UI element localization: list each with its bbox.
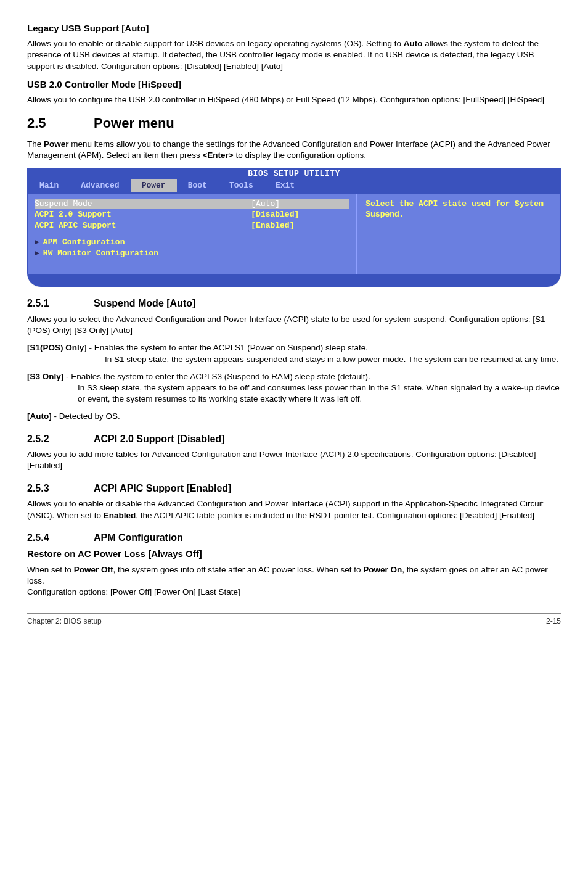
text-bold: <Enter> <box>202 151 233 160</box>
bios-menu-exit: Exit <box>264 179 306 192</box>
text-indent: In S1 sleep state, the system appears su… <box>105 354 561 365</box>
heading-2-5-2: 2.5.2ACPI 2.0 Support [Disabled] <box>27 432 561 446</box>
bios-screenshot: BIOS SETUP UTILITY Main Advanced Power B… <box>27 168 561 287</box>
para-2-5: The Power menu items allow you to change… <box>27 139 561 161</box>
section-title: ACPI 2.0 Support [Disabled] <box>94 434 224 444</box>
bios-title: BIOS SETUP UTILITY <box>27 168 561 179</box>
page-footer: Chapter 2: BIOS setup 2-15 <box>27 613 561 626</box>
bios-row: ACPI APIC Support [Enabled] <box>35 220 349 231</box>
section-number: 2.5.4 <box>27 531 94 545</box>
text: The <box>27 139 44 149</box>
bios-menu-tools: Tools <box>218 179 264 192</box>
text-bold: Power <box>44 139 69 149</box>
para-auto: [Auto] - Detected by OS. <box>27 411 561 422</box>
section-title: Suspend Mode [Auto] <box>94 298 195 308</box>
heading-legacy-usb: Legacy USB Support [Auto] <box>27 22 561 35</box>
section-title: ACPI APIC Support [Enabled] <box>94 483 231 493</box>
section-number: 2.5.2 <box>27 432 94 446</box>
para-2-5-3: Allows you to enable or disable the Adva… <box>27 498 561 521</box>
text: , the ACPI APIC table pointer is include… <box>136 511 534 520</box>
bios-menu-bar: Main Advanced Power Boot Tools Exit <box>27 179 561 194</box>
bios-value: [Auto] <box>251 199 349 210</box>
text: to display the configuration options. <box>234 151 366 160</box>
option-label: [S3 Only] <box>27 372 63 381</box>
text-bold: Power On <box>363 565 402 574</box>
bios-left-panel: Suspend Mode [Auto] ACPI 2.0 Support [Di… <box>28 194 356 275</box>
text: Configuration options: [Power Off] [Powe… <box>27 587 240 596</box>
section-number: 2.5 <box>27 114 94 133</box>
bios-label: ACPI APIC Support <box>35 220 251 231</box>
bios-menu-main: Main <box>28 179 70 192</box>
bios-help-panel: Select the ACPI state used for System Su… <box>356 194 560 275</box>
para-s1: [S1(POS) Only] - Enables the system to e… <box>27 342 561 365</box>
bios-config-label: HW Monitor Configuration <box>43 249 158 258</box>
text: When set to <box>27 565 74 574</box>
text-bold: Power Off <box>74 565 113 574</box>
bios-menu-boot: Boot <box>177 179 218 192</box>
section-title: APM Configuration <box>94 532 183 543</box>
triangle-icon: ▶ <box>35 249 39 258</box>
para-s3: [S3 Only] - Enables the system to enter … <box>27 371 561 405</box>
text-bold: Auto <box>404 39 423 48</box>
bios-config-row: ▶APM Configuration <box>35 237 349 248</box>
para-restore-ac: When set to Power Off, the system goes i… <box>27 564 561 598</box>
text-bold: Enabled <box>104 511 136 520</box>
para-2-5-1: Allows you to select the Advanced Config… <box>27 314 561 336</box>
section-number: 2.5.1 <box>27 297 94 310</box>
triangle-icon: ▶ <box>35 237 39 247</box>
section-number: 2.5.3 <box>27 482 94 495</box>
text: , the system goes into off state after a… <box>113 565 364 574</box>
bios-label: ACPI 2.0 Support <box>35 209 251 220</box>
bios-config-label: APM Configuration <box>43 237 125 247</box>
footer-right: 2-15 <box>546 616 561 626</box>
bios-value: [Disabled] <box>251 209 349 220</box>
text: - Enables the system to enter the ACPI S… <box>87 343 368 352</box>
section-title: Power menu <box>94 115 174 131</box>
para-2-5-2: Allows you to add more tables for Advanc… <box>27 449 561 471</box>
bios-row: ACPI 2.0 Support [Disabled] <box>35 209 349 220</box>
para-legacy-usb: Allows you to enable or disable support … <box>27 38 561 72</box>
heading-2-5: 2.5Power menu <box>27 114 561 133</box>
text: - Enables the system to enter the ACPI S… <box>63 372 370 381</box>
text-indent: In S3 sleep state, the system appears to… <box>78 382 561 405</box>
option-label: [Auto] <box>27 411 52 421</box>
heading-2-5-3: 2.5.3ACPI APIC Support [Enabled] <box>27 482 561 495</box>
bios-config-row: ▶HW Monitor Configuration <box>35 248 349 259</box>
bios-body: Suspend Mode [Auto] ACPI 2.0 Support [Di… <box>27 194 561 287</box>
text: - Detected by OS. <box>52 411 120 421</box>
bios-menu-power: Power <box>131 179 177 192</box>
para-usb20: Allows you to configure the USB 2.0 cont… <box>27 94 561 105</box>
heading-usb20: USB 2.0 Controller Mode [HiSpeed] <box>27 78 561 91</box>
footer-left: Chapter 2: BIOS setup <box>27 616 102 626</box>
option-label: [S1(POS) Only] <box>27 343 87 352</box>
text: Allows you to enable or disable support … <box>27 39 404 48</box>
heading-restore-ac: Restore on AC Power Loss [Always Off] <box>27 548 561 560</box>
heading-2-5-4: 2.5.4APM Configuration <box>27 531 561 545</box>
heading-2-5-1: 2.5.1Suspend Mode [Auto] <box>27 297 561 310</box>
bios-label: Suspend Mode <box>35 199 251 210</box>
bios-row: Suspend Mode [Auto] <box>35 199 349 210</box>
bios-menu-advanced: Advanced <box>70 179 130 192</box>
bios-value: [Enabled] <box>251 220 349 231</box>
